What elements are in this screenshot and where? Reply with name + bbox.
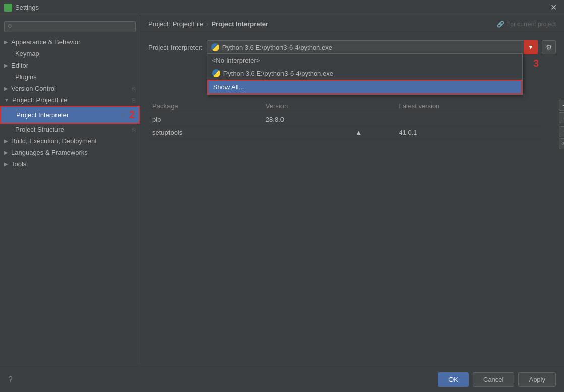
footer: ? OK Cancel Apply [0,367,564,392]
ok-button[interactable]: OK [438,372,469,387]
app-icon [4,4,12,12]
copy-icon: ⎘ [132,86,136,92]
col-package: Package [148,100,262,113]
arrow-icon: ▶ [4,63,8,68]
table-row: setuptools ▲ 41.0.1 [148,126,541,139]
copy-icon: ⎘ [132,97,136,103]
arrow-icon: ▶ [4,161,8,167]
main-content: ▶Appearance & BehaviorKeymap▶EditorPlugi… [0,15,564,367]
add-package-button[interactable]: + [559,100,564,111]
dropdown-popup: <No interpreter> Python 3.6 E:\python3-6… [207,53,523,95]
sidebar-item-languages-frameworks[interactable]: ▶Languages & Frameworks [0,147,140,158]
arrow-icon: ▶ [4,86,8,91]
cell-arrow [351,113,394,126]
sidebar-item-label: Editor [11,62,28,69]
gear-button[interactable]: ⚙ [542,40,556,54]
sidebar-item-label: Appearance & Behavior [11,38,80,46]
close-button[interactable]: ✕ [547,2,560,13]
col-latest: Latest version [394,100,541,113]
sidebar-item-label: Plugins [15,73,37,81]
content-area: Project: ProjectFile › Project Interpret… [140,15,564,367]
window-title: Settings [15,4,547,11]
footer-buttons: OK Cancel Apply [438,372,556,387]
sidebar-item-appearance[interactable]: ▶Appearance & Behavior [0,36,140,48]
table-header-row: Package Version Latest version [148,100,541,113]
sidebar-item-label: Version Control [11,85,56,92]
cell-version [262,126,351,139]
interpreter-dropdown-wrapper: Python 3.6 E:\python3-6-4\python.exe ▼ <… [207,40,538,54]
dropdown-arrow-button[interactable]: ▼ [524,40,538,54]
table-row: pip 28.8.0 [148,113,541,126]
breadcrumb-note-text: For current project [506,21,556,28]
packages-area: Package Version Latest version pip 28.8.… [148,100,556,139]
sidebar-item-keymap[interactable]: Keymap [0,48,140,60]
sidebar-items-container: ▶Appearance & BehaviorKeymap▶EditorPlugi… [0,36,140,170]
sidebar-item-tools[interactable]: ▶Tools [0,158,140,170]
sidebar-item-project-structure[interactable]: Project Structure⎘ [0,124,140,135]
sidebar-item-project-projectfile[interactable]: ▼Project: ProjectFile⎘ [0,94,140,106]
arrow-icon: ▶ [4,150,8,155]
breadcrumb-current: Project Interpreter [211,20,268,28]
title-bar: Settings ✕ [0,0,564,15]
search-box[interactable] [4,21,136,32]
apply-button[interactable]: Apply [518,372,556,387]
arrow-icon: ▶ [4,39,8,45]
interpreter-row: Project Interpreter: Python 3.6 E:\pytho… [148,40,556,54]
col-version: Version [262,100,351,113]
cell-version: 28.8.0 [262,113,351,126]
chain-icon: 🔗 [497,21,504,28]
cell-latest [394,113,541,126]
sidebar-item-label: Project Structure [15,126,64,133]
show-all-label: Show All... [213,83,244,91]
sidebar-item-label: Languages & Frameworks [11,149,88,156]
cell-arrow: ▲ [351,126,394,139]
sidebar-item-build-execution[interactable]: ▶Build, Execution, Deployment [0,135,140,147]
search-input[interactable] [8,23,132,30]
sidebar-item-label: Project Interpreter [16,111,69,119]
breadcrumb-parent: Project: ProjectFile [148,20,203,28]
help-button[interactable]: ? [8,375,13,384]
breadcrumb-separator: › [206,20,208,28]
settings-panel: Project Interpreter: Python 3.6 E:\pytho… [140,32,564,367]
remove-package-button[interactable]: − [559,112,564,123]
sidebar-item-project-interpreter[interactable]: Project Interpreter⎘2 [0,106,140,124]
sidebar-item-label: Keymap [15,50,39,58]
interpreter-value: Python 3.6 E:\python3-6-4\python.exe [222,44,332,51]
arrow-icon: ▶ [4,138,8,144]
sidebar-item-label: Project: ProjectFile [12,96,67,104]
cell-package: setuptools [148,126,262,139]
move-up-button[interactable]: ↑ [559,126,564,137]
dropdown-option-python36[interactable]: Python 3.6 E:\python3-6-4\python.exe [207,67,522,80]
annotation-3: 3 [533,58,539,69]
eye-button[interactable]: 👁 [559,138,564,149]
packages-tbody: pip 28.8.0 setuptools ▲ 41.0.1 [148,113,541,139]
python-icon [211,43,219,51]
cell-package: pip [148,113,262,126]
sidebar-item-plugins[interactable]: Plugins [0,71,140,83]
interpreter-select[interactable]: Python 3.6 E:\python3-6-4\python.exe [207,40,538,54]
cell-latest: 41.0.1 [394,126,541,139]
python-icon-option [212,69,220,77]
packages-table: Package Version Latest version pip 28.8.… [148,100,541,139]
side-buttons: + − ↑ 👁 [559,100,564,149]
cancel-button[interactable]: Cancel [473,372,514,387]
copy-icon: ⎘ [132,127,136,133]
copy-icon: ⎘ [122,112,125,118]
dropdown-option-show-all[interactable]: Show All... [207,80,522,94]
interpreter-label: Project Interpreter: [148,44,203,51]
col-arrow [351,100,394,113]
breadcrumb-note: 🔗 For current project [497,21,556,28]
sidebar-item-editor[interactable]: ▶Editor [0,60,140,71]
no-interpreter-label: <No interpreter> [212,57,260,64]
sidebar-item-label: Tools [11,160,26,168]
breadcrumb: Project: ProjectFile › Project Interpret… [140,15,564,32]
sidebar-item-label: Build, Execution, Deployment [11,137,97,145]
arrow-icon: ▼ [4,97,9,103]
sidebar: ▶Appearance & BehaviorKeymap▶EditorPlugi… [0,15,140,367]
python36-label: Python 3.6 E:\python3-6-4\python.exe [223,70,333,77]
sidebar-item-version-control[interactable]: ▶Version Control⎘ [0,83,140,94]
dropdown-option-no-interpreter[interactable]: <No interpreter> [207,54,522,67]
